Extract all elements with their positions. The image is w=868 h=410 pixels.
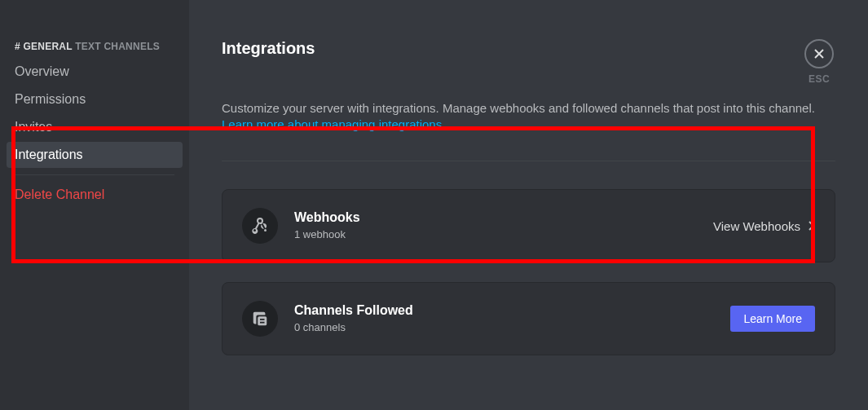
channel-prefix: # GENERAL [15,41,73,52]
channels-followed-icon [242,301,278,337]
channels-followed-card-body: Channels Followed 0 channels [294,302,730,335]
sidebar: # GENERAL TEXT CHANNELS Overview Permiss… [0,0,189,410]
webhook-icon [242,208,278,244]
view-webhooks-label: View Webhooks [713,219,800,233]
sidebar-item-integrations[interactable]: Integrations [7,142,183,168]
learn-more-link[interactable]: Learn more about managing integrations. [222,117,445,131]
sidebar-item-overview[interactable]: Overview [7,59,183,85]
channels-followed-card: Channels Followed 0 channels Learn More [222,282,835,355]
learn-more-button[interactable]: Learn More [730,306,815,332]
sidebar-item-label: Delete Channel [15,187,104,201]
webhook-icon-svg [250,216,270,236]
close-icon [804,39,834,68]
channel-heading: # GENERAL TEXT CHANNELS [7,36,183,57]
sidebar-item-delete-channel[interactable]: Delete Channel [7,182,183,208]
view-webhooks-button[interactable]: View Webhooks [713,219,815,233]
sidebar-item-invites[interactable]: Invites [7,114,183,140]
content-area: Integrations Customize your server with … [189,0,868,410]
close-label: ESC [804,73,834,85]
sidebar-item-label: Integrations [15,148,83,161]
webhooks-card[interactable]: Webhooks 1 webhook View Webhooks [222,189,835,262]
webhooks-card-body: Webhooks 1 webhook [294,209,713,242]
channels-followed-icon-svg [251,310,269,328]
webhooks-title: Webhooks [294,209,713,226]
chevron-right-icon [809,221,815,231]
sidebar-divider [15,174,174,175]
page-description-block: Customize your server with integrations.… [222,100,835,133]
page-description: Customize your server with integrations.… [222,101,815,115]
sidebar-item-permissions[interactable]: Permissions [7,86,183,112]
page-title: Integrations [222,39,835,58]
content-divider [222,161,835,161]
sidebar-item-label: Overview [15,64,69,78]
channels-followed-subtitle: 0 channels [294,320,730,335]
sidebar-item-label: Invites [15,120,52,134]
channel-suffix: TEXT CHANNELS [73,41,160,52]
webhooks-subtitle: 1 webhook [294,227,713,242]
close-button[interactable]: ESC [804,39,834,85]
sidebar-item-label: Permissions [15,92,86,106]
channels-followed-title: Channels Followed [294,302,730,319]
